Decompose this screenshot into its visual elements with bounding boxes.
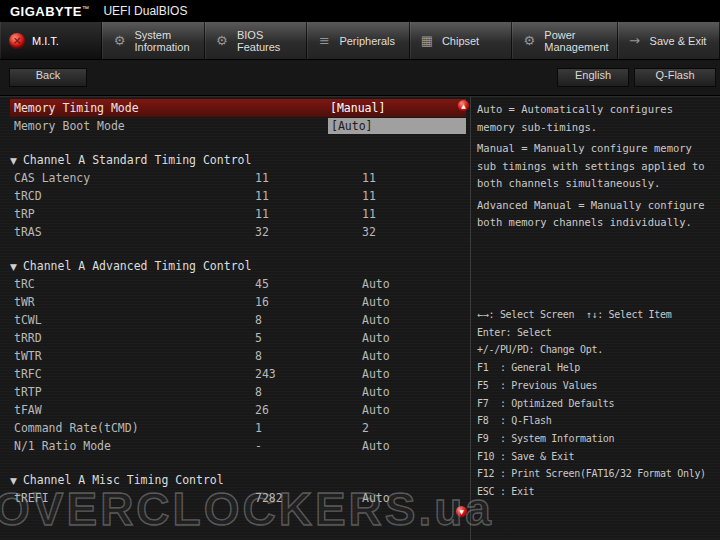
setting-value-current: 8 (255, 311, 262, 329)
help-paragraph: Manual = Manually configure memory sub t… (477, 140, 717, 193)
setting-value-current: 11 (255, 205, 269, 223)
help-description: Auto = Automatically configures memory s… (477, 99, 717, 232)
setting-value-editor[interactable]: [Auto] (328, 118, 466, 134)
qflash-button[interactable]: Q-Flash (634, 68, 716, 87)
setting-value-target: Auto (362, 365, 390, 383)
setting-label: tRFC (14, 365, 42, 383)
section-header[interactable]: ▼Channel A Advanced Timing Control (10, 257, 466, 275)
mit-red-orb-icon: × (9, 33, 25, 49)
setting-label: tRC (14, 275, 35, 293)
setting-row[interactable]: tCWL8Auto (10, 311, 466, 329)
setting-row[interactable]: Memory Boot Mode[Auto] (10, 117, 466, 135)
setting-row[interactable]: tWTR8Auto (10, 347, 466, 365)
key-legend: ←→: Select Screen ↑↓: Select ItemEnter: … (477, 306, 706, 501)
tab-mit[interactable]: ×M.I.T. (0, 22, 102, 59)
gigabyte-logo: GIGABYTE™ (10, 4, 89, 19)
setting-value-target: Auto (362, 275, 390, 293)
setting-value-current: 16 (255, 293, 269, 311)
setting-row[interactable]: CAS Latency1111 (10, 169, 466, 187)
exit-arrow-icon: → (627, 33, 643, 49)
setting-label: tRTP (14, 383, 42, 401)
trademark-symbol: ™ (82, 4, 90, 11)
setting-value-target: 32 (362, 223, 376, 241)
firmware-title: UEFI DualBIOS (103, 4, 187, 18)
setting-value-target: Auto (362, 311, 390, 329)
key-legend-line: F10 : Save & Exit (477, 448, 706, 466)
setting-label: Memory Timing Mode (14, 99, 139, 117)
setting-row[interactable]: tRFC243Auto (10, 365, 466, 383)
tab-label: Peripherals (339, 35, 395, 47)
scroll-up-icon[interactable] (458, 100, 469, 111)
setting-value-target: 11 (362, 169, 376, 187)
setting-row[interactable]: tWR16Auto (10, 293, 466, 311)
setting-value-current: 8 (255, 383, 262, 401)
setting-value-current: 45 (255, 275, 269, 293)
setting-value-current: 7282 (255, 489, 283, 507)
setting-value: [Manual] (330, 99, 385, 117)
scroll-down-icon[interactable] (456, 506, 467, 517)
setting-value-target: Auto (362, 401, 390, 419)
setting-row[interactable]: tRRD5Auto (10, 329, 466, 347)
section-label: Channel A Misc Timing Control (23, 473, 224, 487)
back-button[interactable]: Back (9, 68, 87, 87)
setting-value-current: 32 (255, 223, 269, 241)
setting-value-target: 11 (362, 187, 376, 205)
setting-value-current: 11 (255, 169, 269, 187)
setting-row[interactable]: tRCD1111 (10, 187, 466, 205)
bios-screen: GIGABYTE™ UEFI DualBIOS ×M.I.T.⚙System I… (0, 0, 720, 540)
setting-label: tRRD (14, 329, 42, 347)
setting-value-current: 5 (255, 329, 262, 347)
setting-row[interactable]: tRC45Auto (10, 275, 466, 293)
setting-label: tREFI (14, 489, 49, 507)
key-legend-line: F8 : Q-Flash (477, 412, 706, 430)
setting-row[interactable]: tRP1111 (10, 205, 466, 223)
setting-value-target: 2 (362, 419, 369, 437)
setting-row[interactable]: Memory Timing Mode[Manual] (10, 99, 466, 117)
tab-label: System Information (134, 29, 195, 53)
gear-icon: ⚙ (521, 33, 537, 49)
settings-list: Memory Timing Mode[Manual]Memory Boot Mo… (10, 99, 466, 507)
tab-chipset[interactable]: ▦Chipset (410, 22, 512, 59)
tab-label: BIOS Features (237, 29, 298, 53)
gear-icon: ⚙ (111, 33, 127, 49)
setting-label: N/1 Ratio Mode (14, 437, 111, 455)
setting-value-target: 11 (362, 205, 376, 223)
tab-save-exit[interactable]: →Save & Exit (618, 22, 720, 59)
tab-bar: ×M.I.T.⚙System Information⚙BIOS Features… (0, 22, 720, 60)
tab-power-management[interactable]: ⚙Power Management (512, 22, 617, 59)
main-area: Memory Timing Mode[Manual]Memory Boot Mo… (0, 96, 720, 540)
setting-value-target: Auto (362, 437, 390, 455)
key-legend-line: F5 : Previous Values (477, 377, 706, 395)
key-legend-line: F7 : Optimized Defaults (477, 395, 706, 413)
tab-bios-features[interactable]: ⚙BIOS Features (205, 22, 307, 59)
gear-icon: ⚙ (214, 33, 230, 49)
tab-system-information[interactable]: ⚙System Information (102, 22, 204, 59)
setting-label: tCWL (14, 311, 42, 329)
setting-label: tWTR (14, 347, 42, 365)
setting-value-target: Auto (362, 489, 390, 507)
setting-value-target: Auto (362, 383, 390, 401)
section-header[interactable]: ▼Channel A Standard Timing Control (10, 151, 466, 169)
setting-row[interactable]: tRTP8Auto (10, 383, 466, 401)
setting-row[interactable]: tREFI7282Auto (10, 489, 466, 507)
section-header[interactable]: ▼Channel A Misc Timing Control (10, 471, 466, 489)
setting-row[interactable]: tFAW26Auto (10, 401, 466, 419)
setting-value-current: 26 (255, 401, 269, 419)
tab-peripherals[interactable]: ≡Peripherals (307, 22, 409, 59)
collapse-triangle-icon: ▼ (10, 476, 17, 486)
key-legend-line: F12 : Print Screen(FAT16/32 Format Only) (477, 465, 706, 483)
setting-value-target: Auto (362, 329, 390, 347)
setting-row[interactable]: tRAS3232 (10, 223, 466, 241)
tab-label: Chipset (442, 35, 479, 47)
tab-label: Power Management (544, 29, 608, 53)
panel-divider (470, 97, 471, 540)
language-button[interactable]: English (557, 68, 629, 87)
setting-label: tRCD (14, 187, 42, 205)
setting-row[interactable]: N/1 Ratio Mode-Auto (10, 437, 466, 455)
setting-label: tFAW (14, 401, 42, 419)
setting-value-current: 8 (255, 347, 262, 365)
setting-row[interactable]: Command Rate(tCMD)12 (10, 419, 466, 437)
setting-label: Memory Boot Mode (14, 117, 125, 135)
setting-value-target: Auto (362, 347, 390, 365)
key-legend-line: F9 : System Information (477, 430, 706, 448)
